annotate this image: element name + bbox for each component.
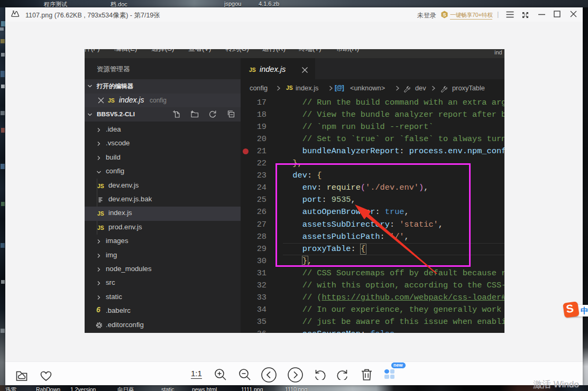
svg-text:S: S (443, 12, 446, 17)
